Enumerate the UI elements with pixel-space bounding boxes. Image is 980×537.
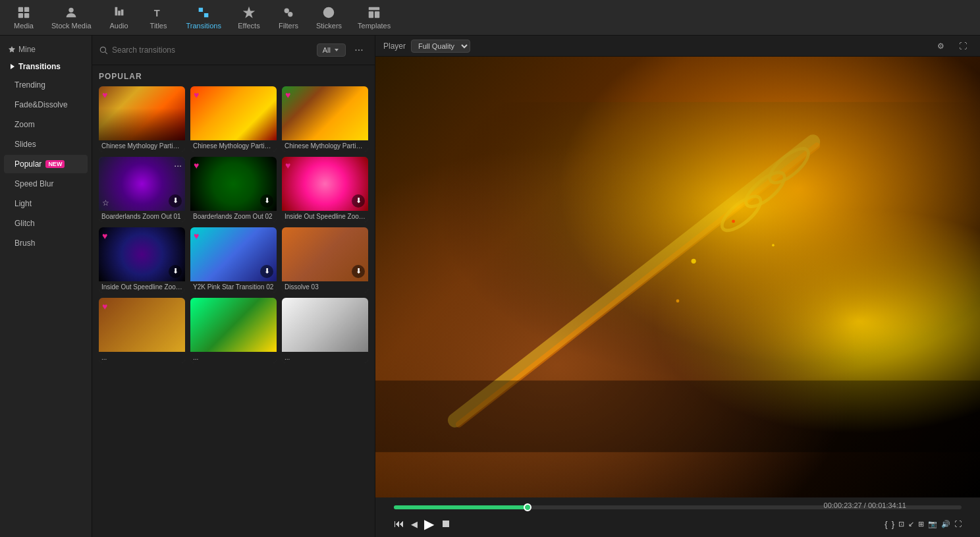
download-icon[interactable]: ⬇: [352, 265, 365, 278]
card-label-io1: Inside Out Speedline Zoom In: [282, 211, 368, 222]
download-icon[interactable]: ⬇: [169, 265, 182, 278]
card-label-cn1: Chinese Mythology Particle ...: [99, 140, 185, 152]
sidebar-item-brush[interactable]: Brush: [4, 234, 88, 252]
skip-back-button[interactable]: ⏮: [394, 518, 404, 530]
top-toolbar: Media Stock Media Audio T Titles Transit…: [0, 0, 980, 36]
sidebar-item-light[interactable]: Light: [4, 194, 88, 213]
transition-card-cn2[interactable]: ♥ Chinese Mythology Particle ...: [190, 86, 277, 152]
svg-rect-3: [24, 13, 29, 18]
svg-point-9: [327, 11, 328, 12]
toolbar-stickers[interactable]: Stickers: [310, 3, 348, 32]
volume-button[interactable]: 🔊: [941, 520, 950, 528]
transition-card-dissolve[interactable]: ⬇ Dissolve 03: [282, 227, 368, 293]
mark-out-button[interactable]: }: [892, 519, 894, 529]
card-label-cn2: Chinese Mythology Particle ...: [190, 140, 277, 152]
svg-point-10: [330, 11, 331, 12]
popular-section-label: POPULAR: [99, 72, 368, 81]
svg-rect-13: [375, 11, 379, 18]
mark-in-button[interactable]: {: [885, 519, 887, 529]
search-input[interactable]: [112, 45, 313, 55]
sidebar-item-fade-dissolve[interactable]: Fade&Dissolve: [4, 96, 88, 114]
toolbar-audio[interactable]: Audio: [101, 3, 138, 32]
play-button[interactable]: ▶: [424, 516, 434, 532]
player-header: Player Full Quality 1/2 Quality 1/4 Qual…: [375, 36, 980, 57]
heart-icon: ♥: [194, 160, 199, 171]
time-display: 00:00:23:27 / 00:01:34:11: [824, 501, 906, 509]
transition-card-r4b[interactable]: ...: [190, 298, 277, 363]
download-icon[interactable]: ⬇: [352, 194, 365, 208]
toolbar-templates[interactable]: Templates: [351, 3, 397, 32]
sidebar-transitions-header[interactable]: Transitions: [0, 58, 92, 75]
transitions-panel: All ··· POPULAR ♥ Chinese Mythology Part…: [92, 36, 375, 537]
transition-card-r4c[interactable]: ...: [282, 298, 368, 363]
heart-icon: ♥: [102, 301, 107, 312]
search-icon: [99, 45, 108, 55]
card-label-r4a: ...: [99, 352, 185, 363]
insert-button[interactable]: ↙: [908, 520, 914, 528]
card-label-r4c: ...: [282, 352, 368, 363]
sidebar-item-popular[interactable]: Popular NEW: [4, 155, 88, 173]
heart-icon: ♥: [102, 90, 107, 100]
transition-card-io1[interactable]: ♥ ⬇ Inside Out Speedline Zoom In: [282, 157, 368, 222]
sidebar-item-speed-blur[interactable]: Speed Blur: [4, 175, 88, 193]
progress-handle[interactable]: [524, 503, 531, 511]
heart-icon: ♥: [194, 90, 199, 100]
card-label-io2: Inside Out Speedline Zoom ...: [99, 281, 185, 293]
transition-card-r4a[interactable]: ♥ ...: [99, 298, 185, 363]
sidebar-item-slides[interactable]: Slides: [4, 135, 88, 154]
svg-rect-11: [369, 7, 380, 11]
card-label-y2k: Y2K Pink Star Transition 02: [190, 281, 277, 293]
svg-text:T: T: [153, 8, 159, 18]
toolbar-titles[interactable]: T Titles: [140, 3, 177, 32]
star-icon: ☆: [102, 198, 109, 208]
heart-icon: ♥: [102, 231, 107, 241]
sidebar-item-zoom[interactable]: Zoom: [4, 115, 88, 134]
sidebar-item-glitch[interactable]: Glitch: [4, 214, 88, 233]
svg-point-7: [288, 12, 292, 16]
sidebar-mine-header[interactable]: Mine: [0, 41, 92, 58]
transition-card-y2k[interactable]: ♥ ⬇ Y2K Pink Star Transition 02: [190, 227, 277, 293]
transition-card-bd1[interactable]: ··· ☆ ⬇ Boarderlands Zoom Out 01: [99, 157, 185, 222]
more-options-button[interactable]: ···: [350, 41, 368, 59]
fullscreen-button[interactable]: ⛶: [954, 520, 962, 528]
stop-button[interactable]: ⏹: [441, 518, 451, 530]
left-sidebar: Mine Transitions Trending Fade&Dissolve …: [0, 36, 92, 537]
heart-icon: ♥: [285, 90, 290, 100]
more-icon[interactable]: ···: [174, 160, 182, 171]
sidebar-item-trending[interactable]: Trending: [4, 76, 88, 94]
frame-back-button[interactable]: ◀: [411, 519, 418, 529]
heart-icon: ♥: [194, 231, 199, 241]
svg-rect-12: [369, 11, 373, 18]
player-right-controls: { } ⊡ ↙ ⊞ 📷 🔊 ⛶: [885, 519, 962, 529]
transition-card-bd2[interactable]: ♥ ⬇ Boarderlands Zoom Out 02: [190, 157, 277, 222]
filter-all-button[interactable]: All: [317, 43, 346, 57]
popular-badge: NEW: [45, 160, 65, 168]
quality-select[interactable]: Full Quality 1/2 Quality 1/4 Quality: [411, 40, 470, 53]
player-expand-icon[interactable]: ⛶: [954, 37, 972, 55]
card-label-bd1: Boarderlands Zoom Out 01: [99, 211, 185, 222]
toolbar-effects[interactable]: Effects: [231, 3, 267, 32]
download-icon[interactable]: ⬇: [260, 194, 273, 208]
toolbar-media[interactable]: Media: [5, 3, 42, 32]
toolbar-stock-media[interactable]: Stock Media: [45, 3, 98, 32]
heart-icon: ♥: [285, 160, 290, 171]
transition-card-cn1[interactable]: ♥ Chinese Mythology Particle ...: [99, 86, 185, 152]
overwrite-button[interactable]: ⊞: [918, 520, 924, 528]
grid-row-2: ··· ☆ ⬇ Boarderlands Zoom Out 01 ♥ ⬇ Boa…: [99, 157, 368, 222]
toolbar-filters[interactable]: Filters: [270, 3, 307, 32]
toolbar-transitions[interactable]: Transitions: [180, 3, 228, 32]
transition-card-cn3[interactable]: ♥ Chinese Mythology Particle ...: [282, 86, 368, 152]
mark-clip-button[interactable]: ⊡: [898, 520, 904, 528]
search-bar: All ···: [92, 36, 375, 65]
snapshot-button[interactable]: 📷: [928, 520, 937, 528]
grid-row-3: ♥ ⬇ Inside Out Speedline Zoom ... ♥ ⬇ Y2…: [99, 227, 368, 293]
player-video: [375, 57, 980, 497]
download-icon[interactable]: ⬇: [169, 194, 182, 208]
card-label-cn3: Chinese Mythology Particle ...: [282, 140, 368, 152]
player-settings-icon[interactable]: ⚙: [931, 37, 950, 55]
transition-card-io2[interactable]: ♥ ⬇ Inside Out Speedline Zoom ...: [99, 227, 185, 293]
transitions-grid: POPULAR ♥ Chinese Mythology Particle ...…: [92, 65, 375, 537]
download-icon[interactable]: ⬇: [260, 265, 273, 278]
card-label-r4b: ...: [190, 352, 277, 363]
svg-point-4: [69, 8, 74, 13]
